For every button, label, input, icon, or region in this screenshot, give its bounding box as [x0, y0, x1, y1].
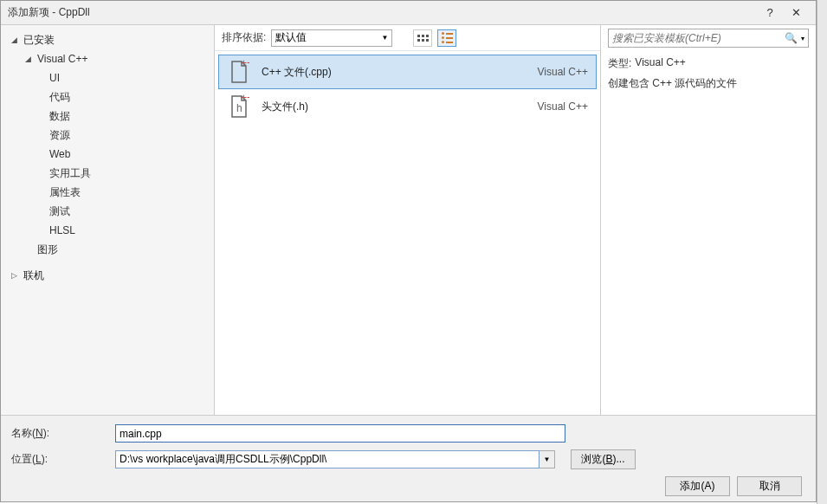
tree-installed[interactable]: ◢已安装: [1, 30, 214, 49]
tree-test[interactable]: 测试: [1, 202, 214, 221]
cancel-button[interactable]: 取消: [737, 476, 802, 496]
template-name: C++ 文件(.cpp): [262, 65, 500, 80]
tree-visual-cpp[interactable]: ◢Visual C++: [1, 49, 214, 68]
search-dropdown-icon[interactable]: ▾: [801, 35, 804, 42]
view-list-button[interactable]: [437, 29, 456, 47]
template-lang: Visual C++: [510, 66, 588, 78]
toolbar: 排序依据: 默认值 ▼: [215, 25, 600, 51]
location-input[interactable]: [115, 450, 539, 468]
sidebar: ◢已安装 ◢Visual C++ UI 代码 数据 资源 Web 实用工具 属性…: [1, 25, 215, 415]
name-label: 名称(N):: [11, 426, 115, 441]
template-item-cpp[interactable]: ++ C++ 文件(.cpp) Visual C++: [218, 55, 597, 89]
list-icon: [442, 32, 453, 43]
tree-code[interactable]: 代码: [1, 87, 214, 107]
browse-button[interactable]: 浏览(B)...: [571, 449, 636, 469]
details-panel: 🔍 ▾ 类型: Visual C++ 创建包含 C++ 源代码的文件: [601, 25, 816, 415]
search-input[interactable]: [612, 32, 785, 44]
tree-resource[interactable]: 资源: [1, 126, 214, 145]
type-value: Visual C++: [635, 56, 685, 71]
add-button[interactable]: 添加(A): [665, 476, 730, 496]
chevron-down-icon: ▼: [381, 34, 388, 42]
tree-ui[interactable]: UI: [1, 68, 214, 87]
view-grid-button[interactable]: [413, 29, 432, 47]
bottom-panel: 名称(N): 位置(L): ▼ 浏览(B)... 添加(A) 取消: [1, 415, 816, 501]
location-dropdown[interactable]: ▼: [539, 450, 555, 468]
template-lang: Visual C++: [510, 100, 588, 113]
tree-online[interactable]: ▷联机: [1, 266, 214, 285]
template-list: ++ C++ 文件(.cpp) Visual C++ h++ 头文件(.h) V…: [215, 51, 600, 415]
sort-label: 排序依据:: [222, 30, 266, 45]
svg-text:++: ++: [241, 60, 249, 69]
tree-hlsl[interactable]: HLSL: [1, 221, 214, 240]
tree-utility[interactable]: 实用工具: [1, 164, 214, 183]
name-input[interactable]: [115, 424, 565, 443]
svg-text:++: ++: [241, 94, 249, 104]
location-label: 位置(L):: [11, 452, 115, 467]
description: 创建包含 C++ 源代码的文件: [608, 76, 737, 91]
help-button[interactable]: ?: [757, 6, 783, 19]
window-title: 添加新项 - CppDll: [8, 5, 757, 20]
titlebar: 添加新项 - CppDll ? ✕: [1, 1, 816, 25]
search-box[interactable]: 🔍 ▾: [608, 29, 809, 48]
search-icon[interactable]: 🔍: [785, 32, 798, 44]
tree-graphics[interactable]: ◢图形: [1, 240, 214, 259]
tree-web[interactable]: Web: [1, 145, 214, 164]
close-button[interactable]: ✕: [783, 6, 809, 19]
side-strip: [817, 0, 827, 504]
cpp-file-icon: ++: [227, 60, 251, 84]
h-file-icon: h++: [227, 94, 251, 119]
tree-propsheet[interactable]: 属性表: [1, 183, 214, 202]
sort-dropdown[interactable]: 默认值 ▼: [271, 29, 392, 47]
template-name: 头文件(.h): [262, 100, 500, 114]
svg-text:h: h: [236, 102, 242, 114]
grid-icon: [417, 35, 429, 42]
tree-data[interactable]: 数据: [1, 107, 214, 126]
type-label: 类型:: [608, 56, 631, 71]
template-item-header[interactable]: h++ 头文件(.h) Visual C++: [218, 89, 597, 124]
